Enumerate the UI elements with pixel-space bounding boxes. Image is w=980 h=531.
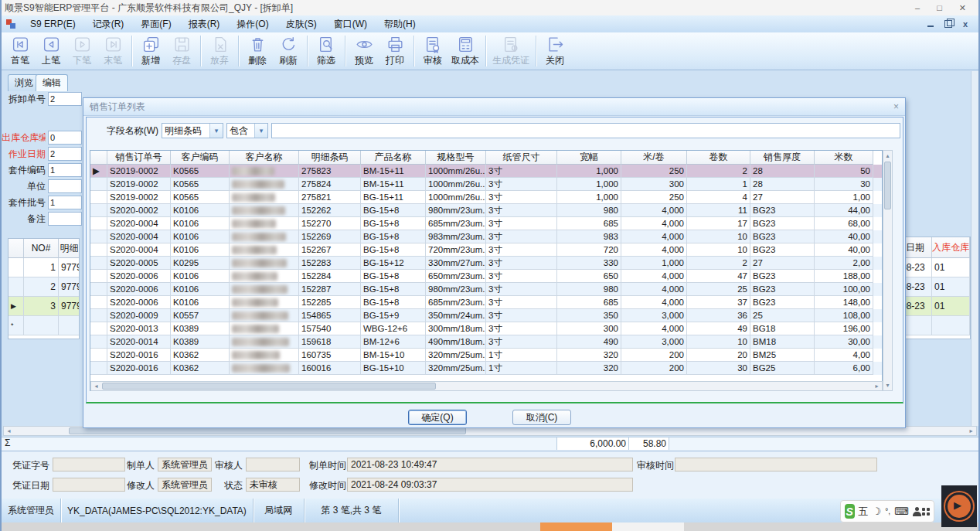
table-cell[interactable]: 685 bbox=[557, 217, 621, 230]
corner-app-overlay[interactable]: ··· bbox=[941, 485, 977, 527]
table-cell[interactable]: 3寸 bbox=[486, 322, 557, 335]
scroll-thumb[interactable] bbox=[69, 427, 466, 434]
table-row[interactable]: S2020-0006K0106152287BG-15+8980mm/23um..… bbox=[90, 283, 882, 296]
table-cell[interactable]: 196,00 bbox=[815, 322, 873, 335]
table-cell[interactable]: K0565 bbox=[171, 191, 230, 204]
table-cell[interactable]: 490mm/18um... bbox=[426, 335, 486, 349]
table-cell[interactable]: 320mm/25um... bbox=[426, 362, 486, 375]
table-cell[interactable]: 3寸 bbox=[486, 191, 557, 204]
sogou-logo-icon[interactable]: S bbox=[845, 504, 855, 519]
table-cell[interactable]: 980 bbox=[557, 283, 621, 296]
table-cell[interactable]: 152267 bbox=[299, 243, 361, 257]
table-cell[interactable] bbox=[230, 178, 299, 191]
table-cell[interactable]: K0295 bbox=[171, 257, 230, 270]
toolbar-button-audit[interactable]: 审核 bbox=[417, 32, 448, 70]
table-cell[interactable]: 152284 bbox=[299, 270, 361, 283]
table-cell[interactable]: S2019-0002 bbox=[107, 178, 171, 191]
table-cell[interactable] bbox=[90, 283, 107, 296]
table-cell[interactable]: 11 bbox=[687, 204, 750, 217]
table-cell[interactable] bbox=[230, 362, 299, 375]
form-input[interactable]: 1 bbox=[48, 196, 82, 209]
table-cell[interactable]: BG23 bbox=[750, 283, 815, 296]
table-cell[interactable]: BM-12+6 bbox=[361, 335, 426, 349]
table-cell[interactable]: BG23 bbox=[750, 217, 815, 230]
table-cell[interactable]: 2 bbox=[24, 277, 59, 297]
scroll-right-icon[interactable]: ▸ bbox=[966, 427, 976, 435]
column-header[interactable]: 米/卷 bbox=[621, 151, 687, 165]
table-cell[interactable]: 27 bbox=[750, 191, 815, 204]
column-header[interactable]: 宽幅 bbox=[557, 151, 621, 165]
table-cell[interactable]: 01 bbox=[932, 297, 970, 316]
table-cell[interactable]: S2020-0004 bbox=[107, 243, 171, 257]
column-header[interactable]: 客户编码 bbox=[171, 151, 230, 165]
menu-item[interactable]: S9 ERP(E) bbox=[22, 15, 84, 32]
table-row[interactable]: S2019-0002K0565275821BG-15+111000mm/26u.… bbox=[90, 191, 882, 204]
table-cell[interactable]: K0557 bbox=[171, 309, 230, 322]
tab-edit[interactable]: 编辑 bbox=[36, 74, 68, 91]
table-cell[interactable]: 350mm/24um... bbox=[426, 309, 486, 322]
table-cell[interactable]: 1 bbox=[24, 258, 59, 277]
table-cell[interactable]: 152285 bbox=[299, 296, 361, 309]
column-header[interactable]: 米数 bbox=[815, 151, 873, 165]
column-header[interactable]: 明细 bbox=[59, 239, 80, 258]
form-input[interactable]: 2 bbox=[48, 147, 82, 161]
table-cell[interactable]: 980mm/23um... bbox=[426, 204, 486, 217]
table-cell[interactable]: 3寸 bbox=[486, 165, 557, 178]
table-cell[interactable]: 4,000 bbox=[621, 322, 687, 335]
table-cell[interactable]: 01 bbox=[932, 258, 970, 277]
filter-operator-select[interactable]: 包含 ▾ bbox=[226, 123, 268, 138]
table-row[interactable] bbox=[903, 316, 970, 335]
table-cell[interactable] bbox=[230, 283, 299, 296]
filter-field-select[interactable]: 明细条码 ▾ bbox=[162, 123, 223, 138]
table-cell[interactable]: S2020-0013 bbox=[107, 322, 171, 335]
table-cell[interactable]: 275821 bbox=[299, 191, 361, 204]
menu-item[interactable]: 皮肤(S) bbox=[277, 15, 325, 32]
scroll-up-icon[interactable]: ▴ bbox=[883, 151, 892, 161]
table-cell[interactable] bbox=[230, 165, 299, 178]
table-cell[interactable] bbox=[90, 178, 107, 191]
grid-horizontal-scrollbar[interactable]: ◂ ▸ bbox=[90, 381, 883, 391]
table-cell[interactable]: 44,00 bbox=[815, 204, 873, 217]
table-cell[interactable]: 188,00 bbox=[815, 270, 873, 283]
table-cell[interactable]: 3寸 bbox=[486, 230, 557, 243]
table-cell[interactable] bbox=[90, 270, 107, 283]
table-cell[interactable]: K0106 bbox=[171, 283, 230, 296]
table-cell[interactable]: 1000mm/26u... bbox=[426, 165, 486, 178]
table-cell[interactable]: 08-23 bbox=[903, 258, 932, 277]
table-cell[interactable]: S2019-0002 bbox=[107, 191, 171, 204]
table-cell[interactable] bbox=[230, 349, 299, 362]
table-cell[interactable]: 152269 bbox=[299, 230, 361, 243]
table-cell[interactable]: 30 bbox=[687, 362, 750, 375]
table-cell[interactable]: ▶ bbox=[9, 297, 24, 316]
menu-item[interactable]: 窗口(W) bbox=[325, 15, 376, 32]
table-cell[interactable]: 159618 bbox=[299, 335, 361, 349]
table-cell[interactable] bbox=[90, 362, 107, 375]
table-cell[interactable]: BG-15+12 bbox=[361, 257, 426, 270]
table-cell[interactable]: K0389 bbox=[171, 322, 230, 335]
menu-item[interactable]: 操作(O) bbox=[228, 15, 277, 32]
grid-vertical-scrollbar[interactable]: ▴ ▾ bbox=[883, 150, 893, 391]
table-cell[interactable] bbox=[9, 258, 24, 277]
table-cell[interactable]: K0106 bbox=[171, 217, 230, 230]
table-cell[interactable]: 3寸 bbox=[486, 270, 557, 283]
table-cell[interactable] bbox=[230, 257, 299, 270]
table-cell[interactable]: 200 bbox=[621, 349, 687, 362]
table-row[interactable]: S2020-0013K0389157540WBG-12+6300mm/18um.… bbox=[90, 322, 882, 335]
table-cell[interactable] bbox=[90, 335, 107, 349]
table-cell[interactable] bbox=[90, 257, 107, 270]
table-cell[interactable]: BG-15+8 bbox=[361, 243, 426, 257]
table-cell[interactable] bbox=[24, 316, 59, 335]
table-cell[interactable]: BG-15+8 bbox=[361, 204, 426, 217]
table-cell[interactable]: 1,000 bbox=[557, 178, 621, 191]
menu-item[interactable]: 记录(R) bbox=[84, 15, 133, 32]
table-cell[interactable]: K0362 bbox=[171, 349, 230, 362]
table-cell[interactable] bbox=[90, 322, 107, 335]
table-cell[interactable]: S2020-0004 bbox=[107, 217, 171, 230]
table-cell[interactable] bbox=[90, 204, 107, 217]
table-cell[interactable]: 40,00 bbox=[815, 230, 873, 243]
table-cell[interactable]: S2020-0006 bbox=[107, 296, 171, 309]
table-cell[interactable] bbox=[90, 309, 107, 322]
table-cell[interactable]: 4 bbox=[687, 191, 750, 204]
table-cell[interactable]: 3寸 bbox=[486, 217, 557, 230]
toolbar-button-preview[interactable]: 预览 bbox=[349, 32, 379, 70]
